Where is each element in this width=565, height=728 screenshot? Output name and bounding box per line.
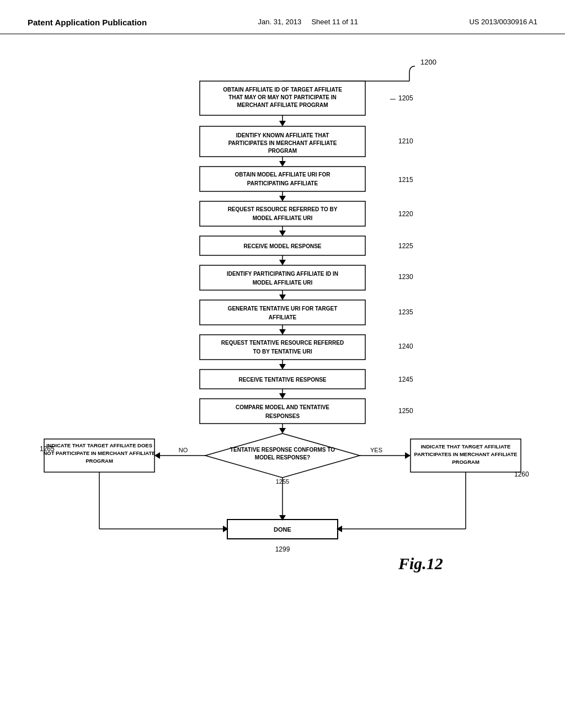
- arrow-3: [279, 196, 286, 201]
- text-1205-1: OBTAIN AFFILIATE ID OF TARGET AFFILIATE: [223, 87, 342, 93]
- label-1245: 1245: [398, 376, 413, 383]
- text-1205-3: MERCHANT AFFILIATE PROGRAM: [237, 102, 328, 108]
- box-1250: [200, 399, 365, 424]
- text-1215-1: OBTAIN MODEL AFFILIATE URI FOR: [235, 172, 331, 178]
- header-right: US 2013/0030916 A1: [469, 17, 537, 28]
- text-1260-3: PROGRAM: [452, 459, 479, 465]
- text-1235-2: AFFILIATE: [269, 314, 297, 320]
- arrow-5: [279, 260, 286, 265]
- header-patent-num: US 2013/0030916 A1: [469, 18, 537, 26]
- text-1215-2: PARTICIPATING AFFILIATE: [247, 180, 318, 186]
- yes-label: YES: [370, 447, 382, 453]
- text-1230-2: MODEL AFFILIATE URI: [253, 280, 313, 286]
- text-1220-1: REQUEST RESOURCE REFERRED TO BY: [228, 206, 338, 212]
- arrow-4: [279, 231, 286, 236]
- box-1220: [200, 201, 365, 226]
- label-1235: 1235: [398, 308, 413, 316]
- text-1205-2: THAT MAY OR MAY NOT PARTICIPATE IN: [228, 94, 336, 100]
- text-1265-3: PROGRAM: [86, 458, 113, 464]
- text-1240-1: REQUEST TENTATIVE RESOURCE REFERRED: [221, 340, 344, 346]
- label-1299: 1299: [275, 545, 290, 553]
- label-1200: 1200: [420, 58, 436, 66]
- text-1210-3: PROGRAM: [268, 148, 297, 154]
- text-1210-2: PARTICIPATES IN MERCHANT AFFILIATE: [228, 140, 337, 146]
- arrow-9: [279, 393, 286, 399]
- box-1215: [200, 167, 365, 191]
- box-1230: [200, 265, 365, 290]
- label-1230: 1230: [398, 273, 413, 281]
- text-1230-1: IDENTIFY PARTICIPATING AFFILIATE ID IN: [227, 271, 338, 277]
- arrow-6: [279, 295, 286, 300]
- text-1225: RECEIVE MODEL RESPONSE: [244, 243, 322, 249]
- label-1250: 1250: [398, 407, 413, 415]
- text-1260-2: PARTICIPATES IN MERCHANT AFFILIATE: [414, 451, 518, 457]
- fig-label: Fig.12: [398, 554, 443, 572]
- arrow-7: [279, 329, 286, 335]
- publication-title: Patent Application Publication: [28, 18, 147, 27]
- no-label: NO: [179, 447, 188, 453]
- label-1225: 1225: [398, 242, 413, 250]
- flowchart-svg: 1200 OBTAIN AFFILIATE ID OF TARGET AFFIL…: [34, 45, 531, 696]
- label-1205: 1205: [398, 94, 413, 102]
- label-1240: 1240: [398, 342, 413, 350]
- text-1245: RECEIVE TENTATIVE RESPONSE: [238, 377, 326, 383]
- text-1255-2: MODEL RESPONSE?: [255, 454, 310, 461]
- arrow-2: [279, 161, 286, 167]
- header-date: Jan. 31, 2013: [258, 18, 302, 26]
- header-sheet: Sheet 11 of 11: [311, 18, 358, 26]
- text-1250-2: RESPONSES: [265, 413, 300, 419]
- text-1235-1: GENERATE TENTATIVE URI FOR TARGET: [228, 306, 338, 312]
- label-1265: 1265: [40, 445, 55, 453]
- diagram-container: 1200 OBTAIN AFFILIATE ID OF TARGET AFFIL…: [0, 34, 565, 707]
- label-1260: 1260: [514, 470, 529, 478]
- text-1240-2: TO BY TENTATIVE URI: [253, 349, 312, 355]
- text-1265-1: INDICATE THAT TARGET AFFILIATE DOES: [46, 442, 152, 448]
- arrow-yes: [405, 452, 411, 459]
- text-1220-2: MODEL AFFILIATE URI: [253, 215, 313, 221]
- page-header: Patent Application Publication Jan. 31, …: [0, 0, 565, 34]
- text-1255-1: TENTATIVE RESPONSE CONFORMS TO: [230, 447, 335, 453]
- label-1220: 1220: [398, 210, 413, 218]
- text-done: DONE: [274, 526, 291, 533]
- label-1210: 1210: [398, 137, 413, 145]
- header-left: Patent Application Publication: [28, 17, 147, 28]
- text-1260-1: INDICATE THAT TARGET AFFILIATE: [421, 443, 511, 449]
- box-1240: [200, 335, 365, 360]
- arrow-10: [279, 428, 286, 433]
- text-1265-2: NOT PARTICIPATE IN MERCHANT AFFILIATE: [43, 450, 155, 456]
- text-1250-1: COMPARE MODEL AND TENTATIVE: [236, 404, 329, 410]
- box-1235: [200, 300, 365, 325]
- header-center: Jan. 31, 2013 Sheet 11 of 11: [258, 17, 358, 28]
- arrow-8: [279, 364, 286, 370]
- text-1210-1: IDENTIFY KNOWN AFFILIATE THAT: [236, 132, 329, 138]
- label-1215: 1215: [398, 176, 413, 184]
- arrow-1: [279, 121, 286, 126]
